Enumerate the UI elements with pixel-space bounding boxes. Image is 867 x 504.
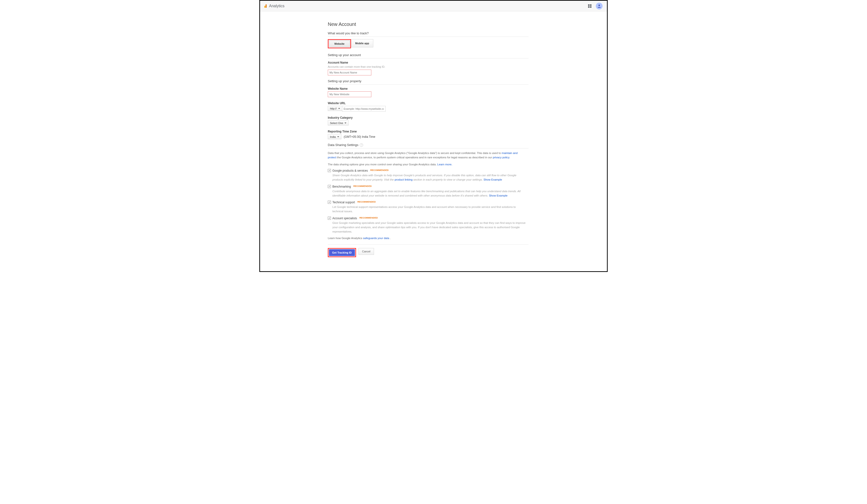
website-url-label: Website URL: [328, 101, 536, 105]
chevron-down-icon: [344, 122, 346, 123]
show-example-link-1[interactable]: Show Example: [484, 178, 502, 181]
get-tracking-id-button[interactable]: Get Tracking ID: [329, 249, 355, 256]
recommended-badge: RECOMMENDED: [360, 217, 378, 219]
industry-category-label: Industry Category: [328, 116, 536, 119]
header-left: Analytics: [265, 4, 285, 8]
checkbox-google-products-label: Google products & services: [332, 169, 368, 172]
timezone-value: (GMT+05:30) India Time: [344, 135, 375, 139]
help-icon[interactable]: ?: [360, 143, 363, 147]
industry-category-value: Select One: [330, 122, 343, 124]
product-linking-link[interactable]: product linking: [395, 178, 413, 181]
track-tabs: Website Mobile app: [328, 39, 536, 48]
user-avatar[interactable]: [596, 3, 602, 9]
tab-mobile-app[interactable]: Mobile app: [351, 39, 373, 47]
checkbox-benchmarking-desc: Contribute anonymous data to an aggregat…: [332, 189, 526, 198]
header-right: [588, 3, 602, 9]
recommended-badge: RECOMMENDED: [357, 201, 376, 203]
new-account-form: New Account What would you like to track…: [328, 11, 536, 271]
chevron-down-icon: [338, 108, 340, 109]
industry-category-dropdown[interactable]: Select One: [328, 120, 349, 125]
checkbox-technical-support[interactable]: ✓: [328, 201, 331, 204]
checkbox-account-specialists[interactable]: ✓: [328, 217, 331, 220]
chevron-down-icon: [337, 136, 339, 137]
checkbox-benchmarking-label: Benchmarking: [332, 185, 351, 188]
website-name-label: Website Name: [328, 87, 536, 90]
apps-grid-icon[interactable]: [588, 4, 591, 8]
account-name-hint: Accounts can contain more than one track…: [328, 65, 536, 68]
url-scheme-value: http://: [330, 107, 337, 110]
cancel-button[interactable]: Cancel: [358, 248, 374, 255]
timezone-country-value: India: [330, 135, 336, 138]
analytics-logo-icon: [265, 4, 267, 8]
product-title: Analytics: [269, 4, 285, 8]
url-scheme-dropdown[interactable]: http://: [328, 106, 342, 111]
data-sharing-title: Data Sharing Settings: [328, 143, 358, 147]
page-title: New Account: [328, 22, 536, 27]
account-name-input[interactable]: [328, 69, 371, 75]
website-url-input[interactable]: [342, 106, 386, 112]
tab-website[interactable]: Website: [329, 40, 350, 47]
account-name-label: Account Name: [328, 61, 536, 64]
website-name-input[interactable]: [328, 91, 371, 97]
show-example-link-2[interactable]: Show Example: [489, 194, 507, 197]
checkbox-account-specialists-label: Account specialists: [332, 217, 357, 220]
learn-more-link[interactable]: Learn more.: [437, 163, 452, 166]
svg-point-0: [599, 4, 600, 6]
track-question: What would you like to track?: [328, 31, 528, 37]
privacy-policy-link[interactable]: privacy policy: [493, 156, 509, 159]
recommended-badge: RECOMMENDED: [353, 185, 372, 187]
checkbox-technical-support-desc: Let Google technical support representat…: [332, 205, 526, 214]
section-data-sharing: Data Sharing Settings ?: [328, 143, 528, 149]
checkbox-account-specialists-desc: Give Google marketing specialists and yo…: [332, 221, 526, 234]
safeguards-data-link[interactable]: safeguards your data: [363, 237, 389, 240]
app-header: Analytics: [260, 1, 607, 11]
timezone-country-dropdown[interactable]: India: [328, 134, 341, 139]
data-sharing-paragraph-2: The data sharing options give you more c…: [328, 162, 526, 166]
form-footer: Get Tracking ID Cancel: [328, 244, 528, 262]
checkbox-google-products[interactable]: ✓: [328, 169, 331, 172]
checkbox-google-products-desc: Share Google Analytics data with Google …: [332, 173, 526, 182]
section-setting-up-account: Setting up your account: [328, 53, 528, 58]
recommended-badge: RECOMMENDED: [370, 169, 389, 172]
section-setting-up-property: Setting up your property: [328, 79, 528, 85]
highlight-get-tracking-id: Get Tracking ID: [328, 248, 356, 257]
timezone-label: Reporting Time Zone: [328, 130, 536, 133]
data-sharing-paragraph-1: Data that you collect, process and store…: [328, 151, 526, 160]
highlight-website-tab: Website: [328, 39, 351, 48]
safeguard-line: Learn how Google Analytics safeguards yo…: [328, 237, 536, 240]
checkbox-benchmarking[interactable]: ✓: [328, 185, 331, 188]
checkbox-technical-support-label: Technical support: [332, 201, 355, 204]
